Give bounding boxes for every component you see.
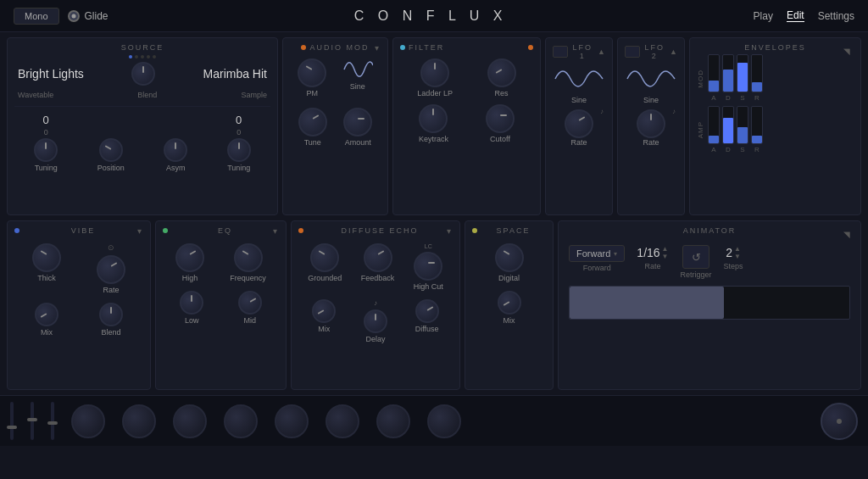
strip-knob-1[interactable] xyxy=(71,404,105,438)
mod-r-track[interactable] xyxy=(751,54,763,92)
high-cut-knob[interactable] xyxy=(414,252,442,281)
vibe-arrow[interactable]: ▾ xyxy=(137,226,142,236)
keytrack-knob[interactable] xyxy=(419,104,448,133)
strip-thumb-3 xyxy=(47,421,58,425)
amp-s-track[interactable] xyxy=(737,106,748,144)
animator-rate-value: 1/16 xyxy=(637,246,659,259)
rate-up-arrow[interactable]: ▲ xyxy=(662,245,669,253)
steps-param: 2 ▲ ▼ Steps xyxy=(724,245,743,270)
digital-knob[interactable] xyxy=(495,243,524,272)
amp-d-track[interactable] xyxy=(722,106,734,144)
diffuse-arrow[interactable]: ▾ xyxy=(447,226,451,236)
rate-down-arrow[interactable]: ▼ xyxy=(662,253,669,260)
lfo2-rate-knob[interactable] xyxy=(637,109,665,138)
glide-toggle[interactable] xyxy=(68,10,80,22)
env-corner-btn[interactable]: ◥ xyxy=(843,47,850,56)
lfo2-rate-label: Rate xyxy=(643,138,659,147)
audio-mod-panel: AUDIO MOD ▾ PM Sine Tune xyxy=(282,37,388,215)
cutoff-knob[interactable] xyxy=(486,104,515,133)
mod-s-track[interactable] xyxy=(737,54,748,92)
amp-a-label: A xyxy=(711,146,715,153)
strip-slider-2[interactable] xyxy=(31,402,34,440)
eq-low-knob[interactable] xyxy=(180,291,203,315)
eq-arrow[interactable]: ▾ xyxy=(273,226,277,236)
space-mix-knob[interactable] xyxy=(498,291,521,315)
strip-slider-1[interactable] xyxy=(10,402,14,440)
lfo1-wave-label: Sine xyxy=(553,96,605,104)
pm-knob[interactable] xyxy=(298,58,326,87)
tuning-right-label: Tuning xyxy=(227,164,250,172)
strip-knob-5[interactable] xyxy=(275,404,309,438)
amp-r-fill xyxy=(752,136,762,143)
vibe-mix-knob[interactable] xyxy=(35,303,58,326)
eq-mid-knob[interactable] xyxy=(238,291,262,315)
tuning-left-container: 0 0 Tuning xyxy=(34,114,58,172)
strip-knob-6[interactable] xyxy=(326,404,359,438)
thick-knob[interactable] xyxy=(32,243,61,272)
diffuse-knob[interactable] xyxy=(415,299,439,323)
mod-a-track[interactable] xyxy=(708,54,720,92)
nav-settings[interactable]: Settings xyxy=(818,10,854,22)
animator-grid[interactable] xyxy=(569,286,850,320)
asym-knob[interactable] xyxy=(164,138,187,162)
nav-edit[interactable]: Edit xyxy=(787,9,804,22)
position-knob[interactable] xyxy=(99,138,123,162)
retrigger-label: Retrigger xyxy=(681,270,712,279)
strip-knob-8[interactable] xyxy=(427,404,461,438)
tuning-left-knob[interactable] xyxy=(34,138,58,162)
diffuse-dot xyxy=(298,228,303,233)
envelopes-panel: ENVELOPES ◥ MOD A xyxy=(689,37,861,215)
feedback-knob[interactable] xyxy=(364,243,392,272)
amount-knob[interactable] xyxy=(343,108,372,136)
glide-label: Glide xyxy=(85,10,108,22)
eq-freq-knob[interactable] xyxy=(234,243,263,272)
tuning-left-value: 0 xyxy=(43,114,49,126)
lfo1-title-row: LFO 1 ▲ xyxy=(553,43,605,60)
animator-rate-stepper[interactable]: ▲ ▼ xyxy=(662,245,669,260)
vibe-blend-knob[interactable] xyxy=(99,303,123,326)
vibe-rate-knob[interactable] xyxy=(97,255,125,284)
steps-down-arrow[interactable]: ▼ xyxy=(734,253,741,260)
lfo2-loop-icon xyxy=(625,46,640,58)
delay-knob[interactable] xyxy=(364,309,387,333)
tuning-right-knob[interactable] xyxy=(227,138,251,162)
animator-corner-btn[interactable]: ◥ xyxy=(843,230,850,239)
vibe-panel: VIBE ▾ Thick ⊙ Rate Mix xyxy=(7,220,151,390)
strip-knob-4[interactable] xyxy=(224,404,258,438)
retrigger-button[interactable]: ↺ xyxy=(682,245,709,269)
grounded-knob[interactable] xyxy=(310,243,339,272)
strip-knob-3[interactable] xyxy=(173,404,207,438)
main-knob[interactable] xyxy=(821,403,858,440)
blend-knob[interactable] xyxy=(131,62,155,86)
amp-r-track[interactable] xyxy=(751,106,763,144)
diffuse-mix-knob[interactable] xyxy=(312,299,336,323)
nav-play[interactable]: Play xyxy=(754,10,773,22)
diffuse-echo-panel: DIFFUSE ECHO ▾ Grounded Feedback LC High… xyxy=(291,220,460,390)
forward-dropdown[interactable]: Forward ▾ xyxy=(569,245,625,262)
strip-slider-3[interactable] xyxy=(51,402,54,440)
steps-up-arrow[interactable]: ▲ xyxy=(734,245,741,253)
ladder-lp-knob[interactable] xyxy=(420,58,449,87)
vibe-rate-container: ⊙ Rate xyxy=(97,243,125,294)
amp-a-track[interactable] xyxy=(708,106,720,144)
res-knob[interactable] xyxy=(487,58,516,87)
steps-stepper[interactable]: ▲ ▼ xyxy=(734,245,741,260)
amount-label: Amount xyxy=(345,138,371,147)
sine-wave-display xyxy=(342,58,373,81)
mod-r-label: R xyxy=(754,94,760,102)
tune-knob[interactable] xyxy=(298,108,327,136)
tune-label: Tune xyxy=(304,138,321,147)
lfo1-arrow: ▲ xyxy=(598,47,605,56)
strip-knob-2[interactable] xyxy=(122,404,156,438)
strip-knob-7[interactable] xyxy=(376,404,410,438)
tune-container: Tune xyxy=(298,108,327,147)
lfo1-wave xyxy=(554,67,604,91)
lfo1-rate-knob[interactable] xyxy=(565,109,593,138)
ladder-lp-label: Ladder LP xyxy=(417,89,453,97)
audio-mod-arrow[interactable]: ▾ xyxy=(375,43,379,53)
tuning-right-value: 0 xyxy=(236,114,242,126)
eq-high-knob[interactable] xyxy=(175,243,204,272)
mono-button[interactable]: Mono xyxy=(14,8,59,25)
high-cut-label: High Cut xyxy=(414,282,443,291)
mod-d-track[interactable] xyxy=(722,54,734,92)
